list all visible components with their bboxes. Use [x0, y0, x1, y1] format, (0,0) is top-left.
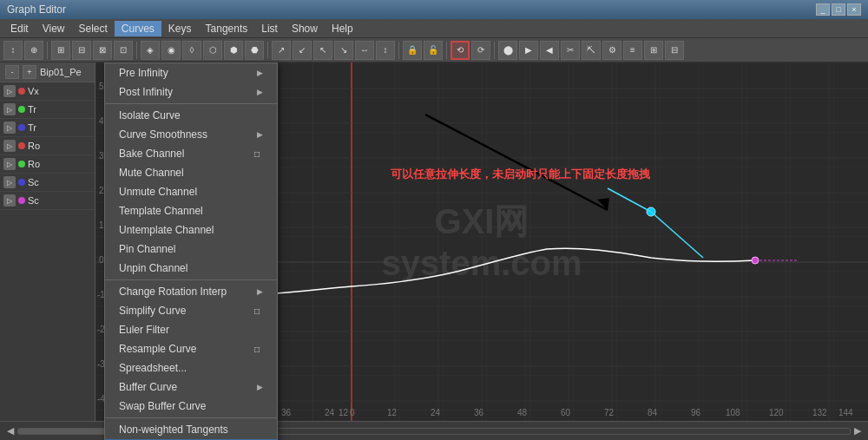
toolbar-btn-21[interactable]: ⟳: [471, 41, 490, 60]
y-label-1: 1: [99, 220, 104, 230]
x-label-84: 84: [648, 408, 657, 417]
toolbar-btn-6[interactable]: ⊡: [114, 41, 133, 60]
list-item[interactable]: ▷ Tr: [0, 101, 95, 119]
menu-mute-channel[interactable]: Mute Channel: [105, 163, 277, 182]
toolbar-btn-9[interactable]: ◊: [182, 41, 201, 60]
list-item[interactable]: ▷ Ro: [0, 137, 95, 155]
toolbar-btn-30[interactable]: ⊟: [665, 41, 684, 60]
panel-collapse-btn[interactable]: -: [5, 65, 19, 79]
menu-tangents[interactable]: Tangents: [199, 21, 255, 36]
x-label-144: 144: [838, 408, 853, 417]
maximize-button[interactable]: □: [832, 3, 845, 16]
item-label: Vx: [28, 86, 39, 96]
toolbar-btn-4[interactable]: ⊟: [72, 41, 91, 60]
toolbar-btn-5[interactable]: ⊠: [93, 41, 112, 60]
x-label-12-neg: 12: [339, 408, 348, 417]
toolbar-sep-5: [446, 42, 447, 59]
toolbar-btn-12[interactable]: ⬣: [245, 41, 264, 60]
item-label: Tr: [28, 104, 36, 115]
toolbar-btn-19[interactable]: 🔒: [403, 41, 422, 60]
toolbar-btn-22[interactable]: ⬤: [498, 41, 517, 60]
window-controls[interactable]: _ □ ×: [816, 3, 861, 16]
menu-show[interactable]: Show: [285, 21, 325, 36]
list-item[interactable]: ▷ Vx: [0, 82, 95, 101]
menu-unpin-channel[interactable]: Unpin Channel: [105, 259, 277, 278]
menu-list[interactable]: List: [254, 21, 285, 36]
toolbar-btn-1[interactable]: ↕: [3, 41, 23, 60]
toolbar-btn-cycles[interactable]: ⟲: [450, 41, 470, 60]
menu-spreadsheet[interactable]: Spreadsheet...: [105, 358, 277, 378]
toolbar-btn-2[interactable]: ⊕: [24, 41, 43, 60]
menu-euler-filter[interactable]: Euler Filter: [105, 320, 277, 339]
toolbar-btn-11[interactable]: ⬢: [224, 41, 243, 60]
menu-untemplate-channel[interactable]: Untemplate Channel: [105, 220, 277, 240]
y-label-3: 3: [99, 151, 104, 161]
menu-edit[interactable]: Edit: [3, 21, 36, 36]
menu-view[interactable]: View: [36, 21, 72, 36]
titlebar: Graph Editor _ □ ×: [0, 0, 868, 19]
menu-select[interactable]: Select: [71, 21, 114, 36]
menu-resample-curve[interactable]: Resample Curve □: [105, 339, 277, 358]
arrow-icon: ▶: [257, 383, 263, 391]
menu-bake-channel[interactable]: Bake Channel □: [105, 144, 277, 163]
x-label-96: 96: [691, 408, 700, 417]
menu-keys[interactable]: Keys: [161, 21, 199, 36]
toolbar-btn-14[interactable]: ↙: [293, 41, 312, 60]
menu-pin-channel[interactable]: Pin Channel: [105, 240, 277, 259]
menu-buffer-curve[interactable]: Buffer Curve ▶: [105, 378, 277, 397]
menu-change-rotation[interactable]: Change Rotation Interp ▶: [105, 282, 277, 301]
arrow-icon: ▶: [257, 69, 263, 77]
left-panel-header: - + Bip01_Pe: [0, 62, 95, 82]
item-dot: [18, 124, 25, 131]
menu-isolate-curve[interactable]: Isolate Curve: [105, 106, 277, 125]
toolbar-btn-27[interactable]: ⚙: [602, 41, 621, 60]
check-icon: □: [254, 345, 260, 354]
menu-non-weighted-tangents[interactable]: Non-weighted Tangents: [105, 420, 277, 439]
toolbar-btn-15[interactable]: ↖: [313, 41, 332, 60]
toolbar-btn-7[interactable]: ◈: [141, 41, 160, 60]
arrow-icon: ▶: [257, 88, 263, 96]
item-dot: [18, 179, 25, 186]
toolbar-btn-23[interactable]: ▶: [519, 41, 538, 60]
toolbar-btn-29[interactable]: ⊞: [644, 41, 663, 60]
list-item[interactable]: ▷ Sc: [0, 192, 95, 210]
toolbar-btn-18[interactable]: ↕: [376, 41, 395, 60]
item-label: Ro: [28, 159, 40, 169]
x-label-0: 0: [350, 408, 355, 417]
menu-pre-infinity[interactable]: Pre Infinity ▶: [105, 63, 277, 82]
toolbar-btn-26[interactable]: ⛏: [582, 41, 601, 60]
status-right: ▶: [854, 425, 861, 437]
toolbar-btn-3[interactable]: ⊞: [51, 41, 70, 60]
toolbar-sep-4: [398, 42, 399, 59]
menu-swap-buffer-curve[interactable]: Swap Buffer Curve: [105, 397, 277, 416]
check-icon: □: [254, 306, 260, 316]
panel-plus-btn[interactable]: +: [23, 65, 36, 79]
arrow-icon: ▶: [257, 130, 263, 139]
list-item[interactable]: ▷ Ro: [0, 155, 95, 174]
menu-help[interactable]: Help: [325, 21, 360, 36]
menu-post-infinity[interactable]: Post Infinity ▶: [105, 82, 277, 102]
toolbar-btn-13[interactable]: ↗: [272, 41, 291, 60]
list-item[interactable]: ▷ Sc: [0, 174, 95, 192]
toolbar-btn-16[interactable]: ↘: [334, 41, 353, 60]
menu-curves[interactable]: Curves: [115, 21, 161, 36]
toolbar-btn-17[interactable]: ↔: [355, 41, 374, 60]
item-icon: ▷: [3, 121, 16, 134]
toolbar-btn-8[interactable]: ◉: [161, 41, 181, 60]
toolbar-btn-10[interactable]: ⬡: [203, 41, 222, 60]
toolbar-btn-24[interactable]: ◀: [540, 41, 559, 60]
menu-curve-smoothness[interactable]: Curve Smoothness ▶: [105, 125, 277, 144]
item-icon: ▷: [3, 158, 16, 170]
x-label-36-neg: 36: [281, 408, 291, 417]
item-icon: ▷: [3, 140, 16, 152]
y-label-5: 5: [99, 82, 104, 91]
menu-unmute-channel[interactable]: Unmute Channel: [105, 182, 277, 201]
list-item[interactable]: ▷ Tr: [0, 119, 95, 137]
menu-template-channel[interactable]: Template Channel: [105, 201, 277, 220]
menu-simplify-curve[interactable]: Simplify Curve □: [105, 301, 277, 320]
close-button[interactable]: ×: [847, 3, 861, 16]
minimize-button[interactable]: _: [816, 3, 830, 16]
toolbar-btn-28[interactable]: ≡: [623, 41, 642, 60]
toolbar-btn-20[interactable]: 🔓: [424, 41, 443, 60]
toolbar-btn-25[interactable]: ✂: [561, 41, 580, 60]
